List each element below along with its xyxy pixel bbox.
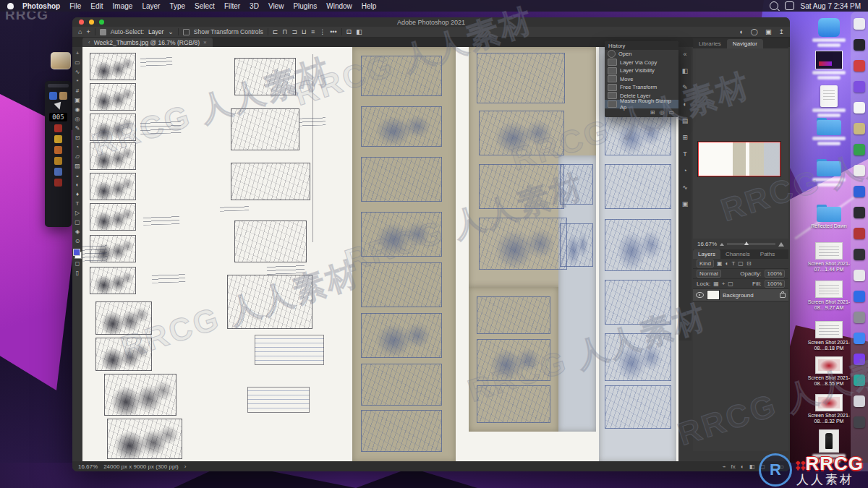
lock-position-icon[interactable]: +: [722, 281, 726, 287]
tool-hand-icon[interactable]: ◈: [73, 228, 82, 236]
desktop-file-icon[interactable]: [51, 52, 71, 69]
layer-name[interactable]: Background: [723, 292, 754, 299]
zoom-out-icon[interactable]: [720, 243, 724, 246]
dock-app-icon[interactable]: [854, 123, 865, 134]
palette-brush-icon[interactable]: [54, 124, 62, 132]
fill-value[interactable]: 100%: [765, 280, 785, 288]
align-center-icon[interactable]: ⊓: [282, 28, 287, 35]
tool-type-icon[interactable]: T: [73, 200, 82, 208]
distribute-icon[interactable]: ⊔: [302, 28, 307, 35]
collapsed-panel-icon[interactable]: T: [683, 151, 687, 158]
align-left-icon[interactable]: ⊏: [273, 28, 278, 35]
tool-rectangle-icon[interactable]: ▢: [73, 218, 82, 227]
history-state[interactable]: Master Rough Stamp Ap: [605, 100, 678, 108]
align-top-icon[interactable]: ≡: [311, 28, 315, 35]
3d-rotate-icon[interactable]: ◧: [356, 28, 362, 35]
collapsed-panel-icon[interactable]: ▤: [682, 118, 689, 124]
navigator-zoom-slider[interactable]: [727, 244, 775, 244]
dock-app-icon[interactable]: [854, 228, 865, 239]
lock-all-icon[interactable]: ▢: [728, 281, 733, 287]
tool-crop-icon[interactable]: #: [73, 87, 82, 95]
more-options-icon[interactable]: •••: [330, 28, 336, 35]
dock-app-icon[interactable]: [854, 207, 865, 218]
delete-state-icon[interactable]: ▭: [668, 109, 674, 116]
dock-app-icon[interactable]: [854, 354, 865, 365]
link-layers-icon[interactable]: ⌁: [723, 463, 726, 470]
palette-brush-icon[interactable]: [54, 179, 62, 187]
document-tab[interactable]: ‹ Week2_Thumbs.jpg @ 16.7% (RGB/8) ×: [82, 38, 213, 47]
palette-brush-icon[interactable]: [54, 135, 62, 143]
history-state[interactable]: Free Transform: [605, 83, 678, 92]
dock-app-icon[interactable]: [854, 81, 865, 93]
menu-item-select[interactable]: Select: [195, 2, 215, 10]
filter-kind-dropdown[interactable]: Kind: [697, 260, 714, 267]
3d-mode-icon[interactable]: ⊡: [346, 28, 352, 35]
auto-select-checkbox[interactable]: [100, 29, 106, 35]
tool-frame-icon[interactable]: ▣: [73, 96, 82, 105]
dock-app-icon[interactable]: [854, 144, 865, 155]
move-tool-icon[interactable]: +: [86, 28, 90, 35]
menu-item-view[interactable]: View: [268, 2, 284, 10]
tab-paths[interactable]: Paths: [755, 249, 780, 259]
palette-brush-icon[interactable]: [54, 157, 62, 165]
foreground-color-swatch[interactable]: [73, 249, 80, 256]
share-icon[interactable]: ↥: [778, 28, 784, 35]
desktop-item[interactable]: Screen Shot 2021-08…8.18 PM: [803, 321, 855, 352]
color-swatches[interactable]: [73, 249, 82, 259]
dock-app-icon[interactable]: [854, 102, 865, 114]
home-icon[interactable]: ⌂: [78, 28, 82, 35]
desktop-item[interactable]: [803, 159, 855, 187]
menu-item-file[interactable]: File: [69, 2, 81, 10]
menu-item-photoshop[interactable]: Photoshop: [22, 2, 60, 10]
dock-app-icon[interactable]: [854, 165, 865, 176]
tab-close-icon[interactable]: ×: [203, 39, 207, 46]
tool-history-brush-icon[interactable]: ◔: [73, 143, 82, 152]
dock-app-icon[interactable]: [854, 395, 865, 407]
dock-app-icon[interactable]: [854, 60, 865, 72]
document-canvas[interactable]: [82, 47, 678, 461]
dock-app-icon[interactable]: [854, 333, 865, 344]
layer-thumbnail[interactable]: [707, 290, 720, 300]
dock-app-icon[interactable]: [854, 374, 865, 386]
tab-layers[interactable]: Layers: [693, 249, 720, 259]
collapsed-panel-icon[interactable]: ✎: [682, 85, 688, 91]
new-doc-from-state-icon[interactable]: ⊞: [650, 109, 655, 116]
search-icon[interactable]: [770, 1, 778, 10]
tool-brush-icon[interactable]: ✎: [73, 124, 82, 133]
tool-clone-stamp-icon[interactable]: ⊡: [73, 134, 82, 142]
workspace-icon[interactable]: ▣: [765, 28, 772, 35]
tool-spot-heal-icon[interactable]: ◎: [73, 115, 82, 124]
menu-item-3d[interactable]: 3D: [250, 2, 259, 10]
quick-mask-icon[interactable]: ◻: [73, 260, 82, 268]
layer-row-background[interactable]: Background: [693, 289, 788, 301]
tool-blur-icon[interactable]: ◒: [73, 171, 82, 180]
menu-item-window[interactable]: Window: [326, 2, 352, 10]
dock-app-icon[interactable]: [854, 416, 865, 428]
filter-pixel-icon[interactable]: ▣: [717, 260, 723, 267]
dock-app-icon[interactable]: [854, 39, 865, 51]
filter-shape-icon[interactable]: ▢: [738, 260, 744, 267]
tool-lasso-icon[interactable]: ∿: [73, 68, 82, 77]
show-transform-checkbox[interactable]: [183, 29, 190, 35]
desktop-item[interactable]: Reflected Dawn: [803, 205, 855, 229]
layer-effects-icon[interactable]: fx: [731, 463, 736, 470]
tool-eyedropper-icon[interactable]: ◉: [73, 106, 82, 114]
align-bottom-icon[interactable]: ⋮: [319, 28, 326, 35]
collapsed-panel-icon[interactable]: ⊞: [682, 134, 688, 141]
desktop-item[interactable]: Screen Shot 2021-07…1.44 PM: [803, 242, 855, 273]
history-state[interactable]: Open: [605, 50, 678, 59]
palette-brush-icon[interactable]: [54, 146, 62, 154]
tool-move-icon[interactable]: +: [73, 49, 82, 58]
status-zoom-value[interactable]: 16.67%: [78, 463, 98, 470]
desktop-item[interactable]: [803, 51, 855, 80]
stock-icon[interactable]: ◐: [739, 28, 743, 35]
menu-item-type[interactable]: Type: [169, 2, 185, 10]
tool-gradient-icon[interactable]: ▨: [73, 162, 82, 171]
opacity-value[interactable]: 100%: [765, 270, 785, 278]
tab-libraries[interactable]: Libraries: [693, 39, 727, 48]
tab-chevron-icon[interactable]: ‹: [88, 39, 90, 46]
layer-mask-icon[interactable]: ◐: [741, 463, 744, 470]
palette-swatch-icon[interactable]: [59, 92, 67, 100]
dock-app-icon[interactable]: [854, 186, 865, 197]
collapsed-panel-icon[interactable]: ◐: [683, 101, 686, 108]
